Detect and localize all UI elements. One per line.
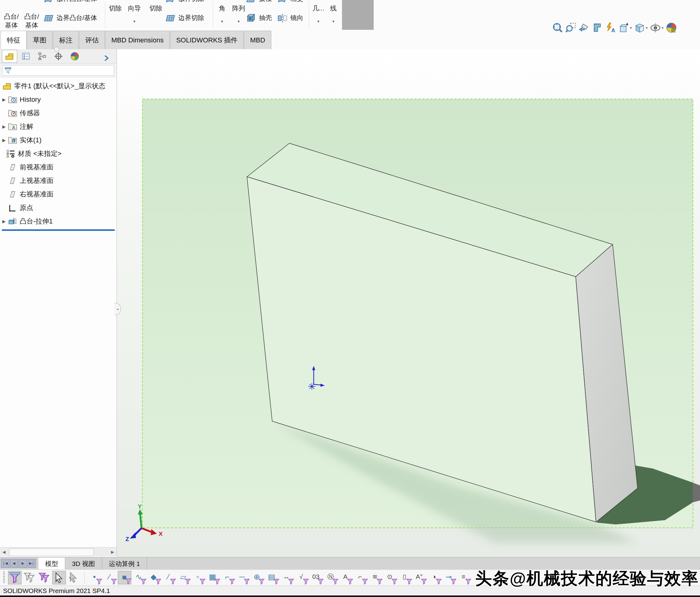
fillet-dropdown[interactable]: ▾ — [215, 19, 229, 24]
scroll-left-arrow[interactable]: ◀ — [1, 549, 7, 555]
filter-datum-targets[interactable]: A° — [413, 571, 427, 585]
expand-arrow-icon[interactable]: ▶ — [0, 97, 8, 102]
curves-dropdown[interactable]: ▾ — [327, 19, 340, 24]
edit-appearance-button[interactable] — [666, 22, 677, 33]
filter-faces[interactable]: ■ — [118, 571, 131, 585]
section-view-button[interactable] — [592, 22, 603, 33]
clear-all-filters-button[interactable] — [23, 571, 36, 585]
expand-arrow-icon[interactable]: ▶ — [0, 124, 8, 129]
dimxpertmanager-tab[interactable] — [51, 50, 66, 63]
rollback-bar[interactable] — [2, 229, 115, 231]
reference-geometry-button[interactable]: 几... — [310, 4, 326, 13]
tab-sketch[interactable]: 草图 — [27, 31, 53, 49]
toolbar-drag-handle[interactable] — [3, 571, 5, 584]
filter-cosmetic-threads[interactable]: ▯ — [398, 571, 412, 585]
next-tab-button[interactable]: ▶ — [19, 559, 27, 568]
filter-notes[interactable]: Ⓝ — [324, 571, 338, 585]
filter-planes[interactable]: ▱ — [177, 571, 191, 585]
first-tab-button[interactable]: ❘◀ — [1, 559, 9, 568]
curves-button[interactable]: 线 — [327, 4, 340, 13]
prev-tab-button[interactable]: ◀ — [10, 559, 18, 568]
tree-filter-input[interactable] — [12, 66, 114, 75]
filter-center-of-mass[interactable]: ◑ — [428, 571, 441, 585]
scroll-right-arrow[interactable]: ▶ — [109, 549, 116, 555]
hide-show-items-button[interactable]: ▾ — [650, 22, 664, 33]
filter-axes[interactable]: ⁄ — [162, 571, 176, 585]
tree-item-boss-extrude1[interactable]: ▶ 凸台-拉伸1 — [0, 214, 117, 228]
filter-sketch-segments[interactable]: ⌐ — [221, 571, 235, 585]
filter-inspection-dimensions[interactable]: ⊙ — [383, 571, 397, 585]
chevron-down-icon[interactable]: ▾ — [661, 26, 664, 30]
panel-horizontal-scrollbar[interactable]: ◀ ▶ — [0, 547, 117, 556]
featuremanager-tree-tab[interactable] — [2, 50, 17, 63]
dynamic-annotation-views-button[interactable] — [605, 22, 616, 33]
doc-tab-model[interactable]: 模型 — [39, 557, 65, 570]
scrollbar-thumb[interactable] — [9, 548, 94, 556]
tree-item-sensors[interactable]: 传感器 — [0, 106, 117, 120]
filter-surface-finish-symbols[interactable]: √ — [295, 571, 308, 585]
tree-item-history[interactable]: ▶ History — [0, 93, 117, 106]
tree-item-top-plane[interactable]: 上视基准面 — [0, 174, 117, 187]
tree-item-annotations[interactable]: ▶ 注解 — [0, 120, 117, 133]
tab-solidworks-addins[interactable]: SOLIDWORKS 插件 — [170, 31, 244, 49]
expand-arrow-icon[interactable]: ▶ — [0, 138, 8, 142]
view-orientation-button[interactable]: ▾ — [618, 22, 632, 33]
boundary-boss-base-button[interactable]: 边界凸台/基体 — [43, 11, 97, 25]
display-style-button[interactable]: ▾ — [634, 22, 648, 33]
doc-tab-motion-study-1[interactable]: 运动算例 1 — [102, 557, 147, 570]
filter-datums[interactable]: A — [339, 571, 353, 585]
filter-vertices[interactable]: • — [88, 571, 102, 585]
doc-tab-3d-views[interactable]: 3D 视图 — [65, 557, 102, 570]
panel-resize-handle[interactable] — [54, 47, 59, 52]
select-other-button[interactable] — [67, 571, 81, 585]
tab-annotation[interactable]: 标注 — [53, 31, 79, 49]
tree-item-solid-bodies[interactable]: ▶ 实体(1) — [0, 133, 117, 147]
displaymanager-tab[interactable] — [67, 50, 82, 63]
hole-wizard-dropdown[interactable]: ▾ — [125, 19, 144, 24]
graphics-area[interactable]: Y X Z — [117, 49, 700, 557]
revolved-boss-base-button[interactable]: 凸台/ 基体 — [23, 12, 41, 29]
extruded-boss-base-button[interactable]: 凸台/ 基体 — [2, 12, 20, 29]
lofted-boss-base-button[interactable]: 放样凸台/基体 — [43, 0, 97, 5]
filter-weld-symbols[interactable]: ⌐ — [354, 571, 368, 585]
select-tool-button[interactable]: ▾ — [52, 571, 66, 585]
filter-center-marks[interactable]: ⊕ — [251, 571, 264, 585]
select-all-filters-button[interactable] — [38, 571, 51, 585]
hole-wizard-button[interactable]: 向导 — [125, 4, 144, 13]
filter-edges[interactable]: ∕ — [103, 571, 117, 585]
tab-features[interactable]: 特征 — [1, 31, 26, 49]
shell-button[interactable]: 抽壳 — [245, 11, 272, 25]
fillet-button[interactable]: 角 — [215, 4, 229, 13]
expand-arrow-icon[interactable]: ▶ — [0, 219, 8, 224]
tab-mbd[interactable]: MBD — [244, 31, 271, 49]
filter-connection-points[interactable]: ⊸ — [443, 571, 456, 585]
configurationmanager-tab[interactable] — [34, 50, 50, 63]
filter-cosmetic-welds[interactable]: ≋ — [369, 571, 382, 585]
zoom-to-area-button[interactable] — [565, 22, 576, 33]
boundary-cut-button[interactable]: 边界切除 — [165, 11, 204, 25]
tree-root-part[interactable]: 零件1 (默认<<默认>_显示状态 — [0, 79, 117, 93]
previous-view-button[interactable] — [578, 22, 590, 33]
tree-item-material[interactable]: 材质 <未指定> — [0, 147, 117, 160]
lofted-cut-button[interactable]: 放样切除 — [165, 0, 204, 5]
filter-dimensions[interactable]: ↔ — [280, 571, 294, 585]
tab-evaluate[interactable]: 评估 — [79, 31, 105, 49]
revolved-cut-button[interactable]: 切除 — [148, 4, 164, 13]
mirror-button[interactable]: 镜向 — [277, 11, 303, 25]
tree-item-origin[interactable]: 原点 — [0, 201, 117, 214]
chevron-down-icon[interactable]: ▾ — [646, 26, 648, 30]
tree-item-right-plane[interactable]: 右视基准面 — [0, 187, 117, 201]
panel-tab-overflow-button[interactable] — [99, 52, 114, 64]
tree-item-front-plane[interactable]: 前视基准面 — [0, 160, 117, 174]
chevron-down-icon[interactable]: ▾ — [630, 26, 632, 30]
propertymanager-tab[interactable] — [18, 50, 33, 63]
filter-hole-callouts[interactable]: 03 — [310, 571, 323, 585]
filter-sketches[interactable]: ▦ — [206, 571, 220, 585]
pattern-dropdown[interactable]: ▾ — [230, 19, 247, 24]
filter-solid-bodies[interactable]: ◆ — [147, 571, 161, 585]
filter-routing-points[interactable]: ≡ — [457, 571, 471, 585]
filter-surface-bodies[interactable]: ∿ — [132, 571, 146, 585]
reference-geometry-dropdown[interactable]: ▾ — [310, 19, 326, 24]
filter-sketch-points[interactable]: ▫ — [192, 571, 205, 585]
filter-midpoints[interactable]: ─ — [236, 571, 249, 585]
